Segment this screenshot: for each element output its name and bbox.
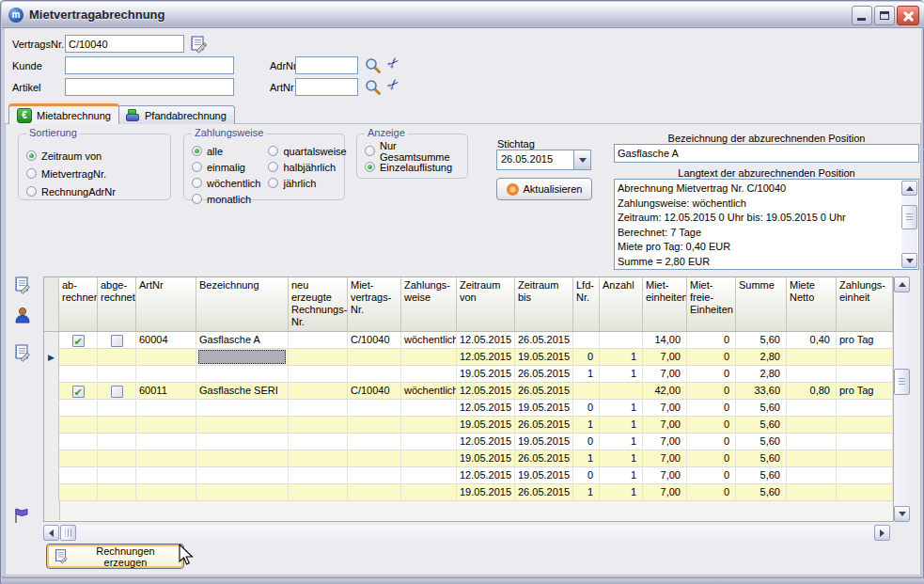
- row-gutter[interactable]: [44, 417, 59, 434]
- radio-selected-icon[interactable]: [192, 146, 202, 156]
- close-button[interactable]: [897, 6, 919, 25]
- table-row[interactable]: 19.05.201526.05.2015117,0005,60: [44, 450, 893, 467]
- radio-option-einzelauflistung[interactable]: Einzelauflistung: [357, 159, 467, 175]
- table-row[interactable]: 60004Gasflasche AC/10040wöchentlich12.05…: [44, 332, 893, 349]
- column-header-anzahl[interactable]: Anzahl: [600, 277, 643, 331]
- column-header-zahlungseinheit[interactable]: Zahlungs- einheit: [837, 277, 893, 331]
- column-header-mietenetto[interactable]: Miete Netto: [787, 277, 837, 331]
- radio-icon[interactable]: [268, 146, 278, 156]
- table-row[interactable]: ▶12.05.201519.05.2015017,0002,80: [44, 349, 893, 366]
- radio-icon[interactable]: [26, 168, 37, 179]
- radio-option-mietvertragnr-[interactable]: MietvertragNr.: [19, 165, 170, 182]
- row-gutter[interactable]: [44, 434, 59, 450]
- column-header-rechnungsnr[interactable]: neu erzeugte Rechnungs- Nr.: [289, 277, 348, 331]
- cell-abrechnen[interactable]: [59, 332, 98, 349]
- radio-icon[interactable]: [192, 178, 202, 188]
- radio-icon[interactable]: [268, 178, 278, 188]
- row-gutter[interactable]: [44, 383, 59, 400]
- cell-abgerechnet[interactable]: [98, 332, 136, 349]
- row-gutter[interactable]: [44, 366, 59, 383]
- edit-row-icon[interactable]: [12, 343, 31, 362]
- stichtag-combobox[interactable]: 26.05.2015: [496, 150, 591, 170]
- scroll-right-button[interactable]: [874, 525, 890, 541]
- column-header-bis[interactable]: Zeitraum bis: [515, 277, 573, 331]
- edit-contract-icon[interactable]: [188, 35, 205, 52]
- scroll-down-button[interactable]: [901, 253, 917, 268]
- search-address-icon[interactable]: [365, 57, 382, 74]
- column-header-zahlungsweise[interactable]: Zahlungs- weise: [401, 277, 457, 331]
- radio-option-nur-gesamtsumme[interactable]: Nur Gesamtsumme: [357, 143, 467, 159]
- adrnr-input[interactable]: [295, 56, 358, 74]
- artikel-input[interactable]: [65, 78, 234, 96]
- focused-cell-editor[interactable]: [198, 350, 286, 364]
- table-row[interactable]: 12.05.201519.05.2015017,0005,60: [44, 434, 893, 450]
- artnr-input[interactable]: [295, 78, 358, 96]
- radio-option-quartalsweise[interactable]: quartalsweise: [260, 143, 346, 159]
- table-row[interactable]: 19.05.201526.05.2015117,0005,60: [44, 484, 893, 501]
- person-icon[interactable]: [13, 306, 32, 324]
- edit-list-icon[interactable]: [12, 276, 31, 294]
- scroll-up-button[interactable]: [901, 181, 917, 196]
- aktualisieren-button[interactable]: Aktualisieren: [496, 178, 592, 200]
- row-gutter[interactable]: ▶: [44, 349, 59, 366]
- row-gutter[interactable]: [44, 450, 59, 467]
- radio-option-w-chentlich[interactable]: wöchentlich: [184, 175, 260, 191]
- column-header-mietfreie[interactable]: Miet- freie- Einheiten: [687, 277, 736, 331]
- row-gutter[interactable]: [44, 332, 59, 349]
- scroll-up-button[interactable]: [894, 276, 910, 292]
- radio-option-j-hrlich[interactable]: jährlich: [260, 175, 346, 191]
- cell-abgerechnet[interactable]: [98, 383, 136, 400]
- rechnungen-erzeugen-button[interactable]: Rechnungen erzeugen: [46, 544, 184, 569]
- column-header-vertragsnr[interactable]: Miet- vertrags- Nr.: [348, 277, 401, 331]
- column-header-von[interactable]: Zeitraum von: [457, 277, 515, 331]
- grid-vscrollbar[interactable]: [894, 276, 910, 522]
- radio-selected-icon[interactable]: [365, 162, 375, 172]
- checkbox-checked[interactable]: [72, 335, 85, 347]
- checkbox-unchecked[interactable]: [111, 386, 123, 398]
- column-header-mieteinheiten[interactable]: Miet- einheiten: [643, 277, 687, 331]
- radio-option-monatlich[interactable]: monatlich: [184, 191, 260, 207]
- radio-icon[interactable]: [26, 186, 37, 197]
- radio-icon[interactable]: [365, 146, 375, 156]
- row-gutter[interactable]: [44, 400, 59, 417]
- tab-mietabrechnung[interactable]: € Mietabrechnung: [8, 103, 119, 124]
- maximize-button[interactable]: [874, 6, 895, 25]
- checkbox-unchecked[interactable]: [111, 335, 123, 347]
- radio-icon[interactable]: [268, 162, 278, 172]
- tab-pfandabrechnung[interactable]: Pfandabrechnung: [117, 105, 235, 124]
- minimize-button[interactable]: [852, 6, 872, 25]
- checkbox-checked[interactable]: [72, 386, 85, 398]
- table-row[interactable]: 12.05.201519.05.2015017,0005,60: [44, 400, 893, 417]
- data-grid[interactable]: ab- rechnenabge- rechnetArtNrBezeichnung…: [43, 276, 894, 522]
- scroll-down-button[interactable]: [894, 506, 910, 522]
- radio-option-zeitraum-von[interactable]: Zeitraum von: [19, 147, 170, 165]
- radio-option-alle[interactable]: alle: [184, 143, 260, 159]
- vertragsnr-input[interactable]: [65, 35, 184, 53]
- scroll-thumb[interactable]: [901, 205, 917, 229]
- table-row[interactable]: 19.05.201526.05.2015117,0002,80: [44, 366, 893, 383]
- table-row[interactable]: 60011Gasflasche SERIC/10040wöchentlich12…: [44, 383, 893, 400]
- radio-selected-icon[interactable]: [26, 150, 37, 161]
- kunde-input[interactable]: [65, 56, 234, 74]
- grid-hscrollbar[interactable]: [43, 525, 890, 541]
- radio-option-halbj-hrlich[interactable]: halbjährlich: [260, 159, 346, 175]
- bezeichnung-position-input[interactable]: [614, 144, 919, 163]
- search-article-icon[interactable]: [365, 79, 382, 96]
- column-header-lfd[interactable]: Lfd- Nr.: [573, 277, 600, 331]
- radio-option-rechnungadrnr[interactable]: RechnungAdrNr: [19, 182, 170, 200]
- scroll-thumb[interactable]: [60, 525, 76, 541]
- radio-option-einmalig[interactable]: einmalig: [184, 159, 260, 175]
- langtext-textarea[interactable]: Abrechnung Mietvertrag Nr. C/10040 Zahlu…: [614, 179, 919, 270]
- column-header-summe[interactable]: Summe: [736, 277, 787, 331]
- scroll-left-button[interactable]: [43, 525, 59, 541]
- cell-abrechnen[interactable]: [59, 383, 98, 400]
- table-row[interactable]: 12.05.201519.05.2015017,0005,60: [44, 467, 893, 484]
- radio-icon[interactable]: [192, 162, 202, 172]
- table-row[interactable]: 19.05.201526.05.2015117,0005,60: [44, 417, 893, 434]
- column-header-abgerechnet[interactable]: abge- rechnet: [98, 277, 136, 331]
- flag-icon[interactable]: [12, 506, 31, 525]
- column-header-abrechnen[interactable]: ab- rechnen: [59, 277, 98, 331]
- radio-icon[interactable]: [192, 194, 202, 204]
- langtext-scrollbar[interactable]: [901, 181, 917, 268]
- row-gutter[interactable]: [44, 467, 59, 484]
